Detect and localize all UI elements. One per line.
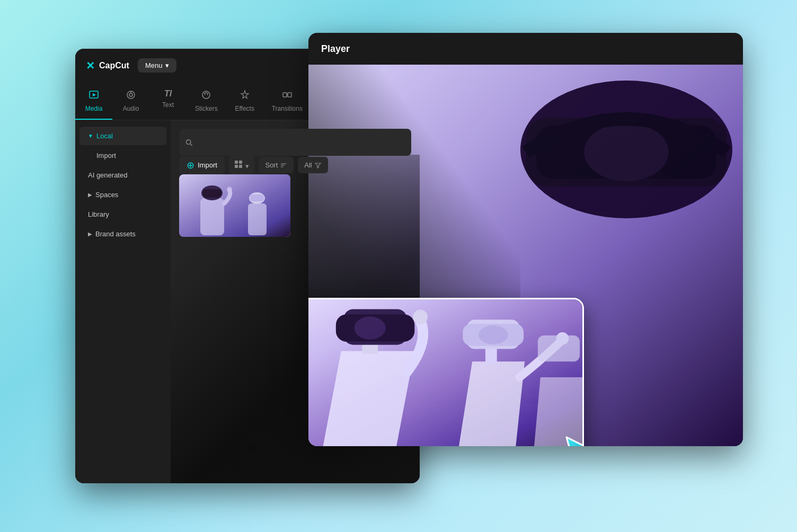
action-row: ⊕ Import ▾ (179, 156, 411, 174)
menu-button[interactable]: Menu ▾ (138, 58, 177, 73)
spaces-label: Spaces (95, 191, 118, 199)
tab-stickers[interactable]: Stickers (187, 84, 226, 120)
brand-label: Brand assets (95, 230, 136, 238)
tab-stickers-label: Stickers (195, 105, 218, 112)
import-btn-label: Import (198, 161, 217, 169)
ai-label: AI generated (88, 171, 127, 179)
svg-point-3 (129, 93, 132, 96)
sidebar-item-spaces[interactable]: ▶ Spaces (79, 185, 166, 204)
cursor-arrow (561, 432, 584, 446)
import-button[interactable]: ⊕ Import (179, 156, 225, 174)
svg-rect-14 (235, 161, 238, 164)
transitions-icon (282, 90, 293, 102)
search-container (179, 129, 411, 156)
svg-rect-16 (235, 165, 238, 168)
tab-audio-label: Audio (123, 105, 139, 112)
svg-point-6 (205, 94, 206, 95)
svg-line-13 (190, 144, 192, 145)
media-area-content: ⊕ Import ▾ (179, 129, 411, 237)
all-filter-button[interactable]: All (298, 157, 327, 173)
svg-point-44 (479, 325, 508, 344)
local-arrow: ▼ (88, 133, 93, 139)
tab-effects-label: Effects (235, 105, 254, 112)
search-input[interactable] (197, 134, 405, 151)
svg-point-33 (584, 123, 669, 181)
thumbnail-image (179, 174, 290, 237)
tab-text[interactable]: TI Text (149, 84, 187, 120)
svg-rect-22 (200, 198, 224, 235)
app-container: ✕ CapCut Menu ▾ Media (54, 33, 743, 499)
tab-media[interactable]: Media (75, 84, 112, 120)
tab-audio[interactable]: Audio (112, 84, 149, 120)
media-thumbnail[interactable] (179, 174, 290, 237)
tab-transitions-label: Transitions (272, 105, 303, 112)
svg-rect-17 (239, 165, 242, 168)
sidebar-item-import[interactable]: Import (79, 146, 166, 165)
svg-point-5 (202, 91, 210, 99)
player-header: Player (308, 33, 743, 65)
svg-rect-24 (202, 189, 222, 198)
cursor-icon (561, 432, 584, 446)
tab-text-label: Text (162, 101, 174, 109)
preview-inner (308, 299, 582, 446)
svg-point-25 (227, 187, 232, 192)
logo-text: CapCut (99, 61, 129, 70)
logo: ✕ CapCut (86, 59, 129, 72)
svg-marker-47 (566, 437, 584, 446)
svg-rect-26 (248, 203, 267, 235)
tab-media-label: Media (85, 105, 103, 112)
preview-card (308, 298, 584, 446)
svg-point-7 (207, 94, 208, 95)
library-label: Library (88, 210, 109, 218)
sort-label: Sort (265, 161, 278, 169)
view-grid-icon (234, 160, 243, 169)
svg-point-39 (355, 316, 386, 340)
tab-transitions[interactable]: Transitions (263, 84, 311, 120)
svg-rect-46 (538, 335, 580, 361)
svg-rect-28 (250, 194, 264, 201)
spaces-arrow: ▶ (88, 192, 92, 198)
stickers-icon (201, 90, 211, 102)
player-panel: Player (308, 33, 743, 446)
brand-arrow: ▶ (88, 231, 92, 237)
sidebar-item-ai[interactable]: AI generated (79, 166, 166, 184)
local-label: Local (96, 132, 113, 140)
svg-marker-1 (93, 93, 96, 96)
svg-rect-8 (283, 93, 287, 97)
search-icon (185, 139, 192, 146)
sort-icon (280, 162, 287, 169)
import-label: Import (96, 152, 116, 159)
view-chevron-icon: ▾ (245, 162, 249, 170)
preview-image (308, 299, 582, 446)
svg-rect-9 (288, 93, 291, 97)
player-title: Player (321, 43, 350, 54)
svg-point-40 (413, 309, 428, 324)
all-label: All (304, 161, 312, 169)
plus-icon: ⊕ (187, 161, 194, 170)
sidebar-item-library[interactable]: Library (79, 205, 166, 224)
svg-rect-21 (179, 174, 290, 237)
view-toggle-button[interactable]: ▾ (229, 156, 255, 174)
player-background (308, 65, 743, 446)
menu-label: Menu (145, 61, 163, 69)
filter-icon (314, 162, 322, 169)
audio-icon (126, 90, 136, 102)
logo-icon: ✕ (86, 59, 95, 72)
sidebar: ▼ Local Import AI generated ▶ Spaces Lib… (75, 120, 171, 483)
media-icon (88, 90, 99, 102)
sort-button[interactable]: Sort (259, 157, 294, 173)
menu-arrow: ▾ (165, 61, 169, 69)
text-icon: TI (164, 90, 172, 98)
sidebar-item-local[interactable]: ▼ Local (79, 127, 166, 145)
effects-icon (240, 90, 250, 102)
sidebar-item-brand-assets[interactable]: ▶ Brand assets (79, 225, 166, 243)
tab-effects[interactable]: Effects (226, 84, 263, 120)
svg-rect-15 (239, 161, 242, 164)
